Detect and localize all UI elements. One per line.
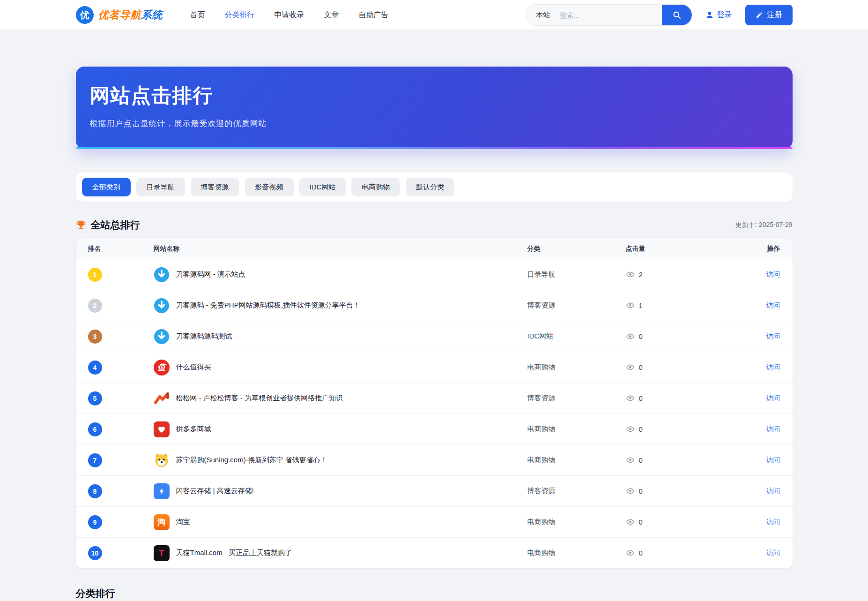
filter-directory-nav[interactable]: 目录导航 — [136, 178, 185, 196]
site-category: 博客资源 — [527, 301, 626, 310]
nav-item-self-ads[interactable]: 自助广告 — [359, 10, 389, 20]
nav-item-home[interactable]: 首页 — [190, 10, 205, 20]
category-ranking-title: 分类排行 — [76, 587, 793, 600]
site-category: 电商购物 — [527, 456, 626, 465]
table-row: 4 值 什么值得买 电商购物 0 访问 — [76, 352, 793, 383]
rank-badge: 3 — [88, 330, 102, 344]
column-header-clicks: 点击量 — [626, 245, 731, 253]
taobao-logo-icon: 淘 — [154, 514, 170, 530]
rank-badge: 6 — [88, 422, 102, 436]
register-button[interactable]: 注册 — [745, 5, 793, 25]
site-name[interactable]: 刀客源码 - 免费PHP网站源码模板,插件软件资源分享平台！ — [176, 301, 360, 310]
rank-badge: 2 — [88, 299, 102, 313]
tmall-logo-icon: T — [154, 545, 170, 561]
brand-logo-icon[interactable]: 优 — [76, 6, 94, 24]
visit-link[interactable]: 访问 — [766, 487, 780, 495]
site-category: IDC网站 — [527, 332, 626, 341]
nav-item-category-ranking[interactable]: 分类排行 — [225, 10, 255, 20]
table-row: 2 刀客源码 - 免费PHP网站源码模板,插件软件资源分享平台！ 博客资源 1 … — [76, 290, 793, 321]
table-row: 1 刀客源码网 - 演示站点 目录导航 2 访问 — [76, 259, 793, 290]
site-name[interactable]: 闪客云存储 | 高速云存储! — [176, 487, 254, 496]
click-count: 0 — [639, 425, 643, 433]
visit-link[interactable]: 访问 — [766, 456, 780, 464]
hero-banner: 网站点击排行 根据用户点击量统计，展示最受欢迎的优质网站 — [76, 67, 793, 149]
column-header-name: 网站名称 — [154, 245, 527, 253]
visit-link[interactable]: 访问 — [766, 548, 780, 556]
search-input[interactable] — [559, 11, 662, 20]
ranking-section-header: 全站总排行 更新于: 2025-07-29 — [76, 218, 793, 232]
site-category: 博客资源 — [527, 394, 626, 403]
site-category: 目录导航 — [527, 270, 626, 279]
click-count: 0 — [639, 549, 643, 557]
section-title: 全站总排行 — [91, 218, 140, 232]
search-scope-label[interactable]: 本站 — [526, 11, 559, 20]
search-icon — [672, 10, 682, 20]
brand-name-primary: 优茗导航 — [98, 8, 141, 21]
visit-link[interactable]: 访问 — [766, 394, 780, 402]
visit-link[interactable]: 访问 — [766, 363, 780, 371]
login-link[interactable]: 登录 — [705, 10, 732, 20]
suning-lion-icon — [154, 452, 170, 468]
site-category: 电商购物 — [527, 548, 626, 557]
filter-all-categories[interactable]: 全部类别 — [82, 178, 131, 196]
site-category: 电商购物 — [527, 518, 626, 526]
visit-link[interactable]: 访问 — [766, 332, 780, 340]
page-title: 网站点击排行 — [90, 83, 793, 109]
nav-item-articles[interactable]: 文章 — [324, 10, 339, 20]
visit-link[interactable]: 访问 — [766, 270, 780, 278]
zhi-logo-icon: 值 — [154, 360, 170, 376]
filter-video-media[interactable]: 影音视频 — [245, 178, 294, 196]
eye-icon — [626, 518, 635, 526]
eye-icon — [626, 332, 635, 341]
eye-icon — [626, 425, 635, 434]
brand-name[interactable]: 优茗导航系统 — [98, 8, 163, 22]
pencil-icon — [756, 11, 763, 19]
rank-badge: 1 — [88, 268, 102, 282]
visit-link[interactable]: 访问 — [766, 518, 780, 526]
table-row: 10 T 天猫Tmall.com - 买正品上天猫就购了 电商购物 0 访问 — [76, 537, 793, 568]
column-header-rank: 排名 — [88, 245, 154, 253]
site-name[interactable]: 松松网 - 卢松松博客 - 为草根创业者提供网络推广知识 — [176, 394, 343, 403]
site-category: 电商购物 — [527, 425, 626, 434]
search-button[interactable] — [662, 4, 692, 26]
filter-ecommerce[interactable]: 电商购物 — [351, 178, 400, 196]
eye-icon — [626, 301, 635, 310]
site-name[interactable]: 刀客源码源码测试 — [176, 332, 232, 341]
filter-idc-sites[interactable]: IDC网站 — [299, 178, 346, 196]
rank-badge: 4 — [88, 361, 102, 375]
download-circle-icon — [154, 298, 170, 314]
download-circle-icon — [154, 267, 170, 283]
site-name[interactable]: 淘宝 — [176, 518, 190, 526]
site-name[interactable]: 什么值得买 — [176, 363, 211, 372]
category-filter-bar: 全部类别 目录导航 博客资源 影音视频 IDC网站 电商购物 默认分类 — [76, 173, 793, 202]
register-label: 注册 — [767, 10, 782, 20]
table-row: 6 拼多多商城 电商购物 0 访问 — [76, 413, 793, 444]
visit-link[interactable]: 访问 — [766, 425, 780, 433]
filter-blog-resources[interactable]: 博客资源 — [191, 178, 239, 196]
search-bar: 本站 — [526, 4, 692, 26]
ranking-table: 排名 网站名称 分类 点击量 操作 1 刀客源码网 - 演示站点 目录导航 2 … — [76, 239, 793, 568]
site-category: 电商购物 — [527, 363, 626, 372]
trophy-icon — [76, 220, 86, 230]
click-count: 0 — [639, 363, 643, 371]
click-count: 0 — [639, 487, 643, 495]
eye-icon — [626, 363, 635, 372]
site-name[interactable]: 苏宁易购(Suning.com)-换新到苏宁 省钱更省心！ — [176, 456, 327, 465]
table-row: 9 淘 淘宝 电商购物 0 访问 — [76, 506, 793, 537]
visit-link[interactable]: 访问 — [766, 301, 780, 309]
table-row: 7 苏宁易购(Suning.com)-换新到苏宁 省钱更省心！ 电商购物 0 — [76, 444, 793, 475]
filter-default-category[interactable]: 默认分类 — [406, 178, 454, 196]
site-name[interactable]: 刀客源码网 - 演示站点 — [176, 270, 245, 279]
table-row: 3 刀客源码源码测试 IDC网站 0 访问 — [76, 321, 793, 352]
site-name[interactable]: 拼多多商城 — [176, 425, 211, 434]
pinduoduo-heart-icon — [154, 421, 170, 437]
site-name[interactable]: 天猫Tmall.com - 买正品上天猫就购了 — [176, 548, 292, 557]
click-count: 0 — [639, 332, 643, 340]
rank-badge: 8 — [88, 484, 102, 498]
nav-item-submit-site[interactable]: 申请收录 — [274, 10, 304, 20]
rank-badge: 10 — [88, 546, 102, 560]
lightning-icon — [154, 483, 170, 499]
rank-badge: 9 — [88, 515, 102, 529]
main-nav: 首页 分类排行 申请收录 文章 自助广告 — [190, 10, 389, 20]
table-header-row: 排名 网站名称 分类 点击量 操作 — [76, 239, 793, 259]
